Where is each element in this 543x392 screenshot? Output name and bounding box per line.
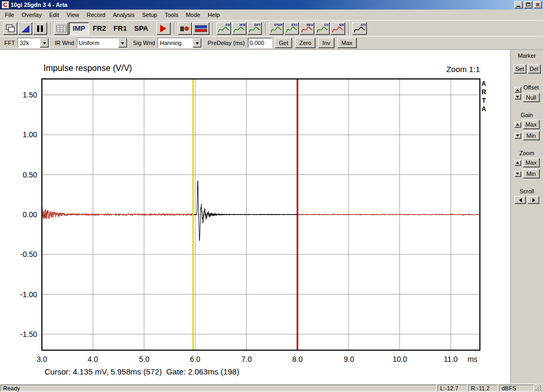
x-axis-tick: 4.0	[82, 355, 103, 363]
ir-wnd-dropdown-arrow[interactable]	[118, 38, 127, 48]
gain-label: Gain	[511, 112, 543, 118]
fr-analysis-button[interactable]: FR	[216, 22, 231, 35]
menu-item-mode[interactable]: Mode	[182, 11, 204, 19]
y-axis-tick: 0.50	[11, 171, 37, 179]
level-meter-button[interactable]	[192, 22, 209, 35]
sig-wnd-value: Hanning	[158, 38, 192, 48]
pause-button[interactable]	[33, 22, 47, 35]
app-icon: C	[2, 1, 9, 8]
menu-item-edit[interactable]: Edit	[46, 11, 63, 19]
x-axis-tick: 5.0	[134, 355, 155, 363]
marker-del-button[interactable]: Del	[528, 64, 541, 74]
resize-grip[interactable]	[535, 385, 542, 391]
menu-item-tools[interactable]: Tools	[161, 11, 182, 19]
generator-button[interactable]	[178, 22, 192, 35]
analysis-icon-label: CS	[324, 23, 328, 26]
y-axis-tick: -1.50	[11, 331, 37, 338]
gain-max-button[interactable]: Max	[523, 120, 540, 129]
menu-item-analysis[interactable]: Analysis	[109, 11, 138, 19]
pause-icon	[37, 25, 43, 32]
y-axis-tick: -0.50	[11, 251, 37, 258]
arrow-up-icon	[516, 162, 519, 164]
fr2-analysis-button[interactable]: 2FR	[232, 22, 247, 35]
scroll-label: Scroll	[511, 188, 543, 194]
minimize-button[interactable]	[514, 1, 523, 8]
analysis-icon-label: STEP	[274, 23, 283, 26]
step-analysis-button[interactable]: STEP	[269, 22, 284, 35]
impulse-response-plot[interactable]	[41, 78, 480, 351]
sig-wnd-select[interactable]: Hanning	[157, 38, 202, 48]
rev-analysis-button[interactable]: REV	[300, 22, 314, 35]
color-scheme-button[interactable]	[18, 22, 32, 35]
max-button[interactable]: Max	[337, 38, 357, 48]
mode-fr2-button[interactable]: FR2	[89, 22, 110, 35]
x-axis-tick: 10.0	[389, 355, 410, 363]
ir-wnd-select[interactable]: Uniform	[77, 38, 128, 48]
play-icon	[160, 25, 167, 32]
menu-item-help[interactable]: Help	[204, 11, 224, 19]
fft-select[interactable]: 32k	[17, 38, 49, 48]
zero-button[interactable]: Zero	[295, 38, 316, 48]
arrow-up-icon	[516, 89, 519, 91]
analysis-icon-label: FR	[226, 23, 230, 26]
gain-min-button[interactable]: Min	[523, 131, 540, 140]
arrow-right-icon	[532, 198, 535, 202]
x-axis-tick: 8.0	[287, 355, 308, 363]
offset-null-button[interactable]: Null	[523, 93, 540, 102]
status-bar: Ready L:-12.7 R:-11.2 dBFS	[0, 384, 543, 392]
menu-item-file[interactable]: File	[1, 11, 18, 19]
window-title: 10gi 25gdn 3 4 - Arta	[11, 2, 514, 8]
marker-label: Marker	[511, 52, 543, 59]
mode-imp-button[interactable]: IMP	[69, 22, 89, 35]
record-play-button[interactable]	[156, 22, 171, 35]
generator-icon	[179, 24, 190, 33]
gain-up-button[interactable]	[514, 122, 521, 128]
analysis-icon-label: ETC	[292, 23, 298, 26]
mode-fr1-button[interactable]: FR1	[110, 22, 130, 35]
chevron-down-icon	[43, 42, 46, 46]
menu-item-overlay[interactable]: Overlay	[18, 11, 46, 19]
sti-analysis-button[interactable]: STI	[352, 22, 367, 35]
gain-down-button[interactable]	[514, 133, 521, 139]
offset-up-button[interactable]	[514, 87, 521, 93]
cs-analysis-button[interactable]: CS	[315, 22, 330, 35]
analysis-icon-label: 2FR	[239, 23, 245, 26]
offset-down-button[interactable]	[514, 94, 521, 100]
predelay-input[interactable]	[248, 38, 272, 48]
fft-dropdown-arrow[interactable]	[40, 38, 49, 48]
sig-wnd-dropdown-arrow[interactable]	[192, 38, 202, 48]
mode-spa-button[interactable]: SPA	[130, 22, 152, 35]
bd-analysis-button[interactable]: BD	[330, 22, 345, 35]
marker-set-button[interactable]: Set	[513, 64, 527, 74]
toolbar-separator	[265, 23, 266, 34]
status-ready: Ready	[1, 385, 436, 391]
x-axis-tick: 3.0	[31, 355, 52, 363]
app-window: C 10gi 25gdn 3 4 - Arta × File Overlay E…	[0, 0, 543, 392]
arrow-up-icon	[516, 123, 519, 126]
title-bar: C 10gi 25gdn 3 4 - Arta ×	[0, 0, 543, 10]
status-unit: dBFS	[499, 385, 534, 391]
arta-watermark: ARTA	[481, 79, 486, 113]
menu-item-view[interactable]: View	[63, 11, 83, 19]
zoom-min-button[interactable]: Min	[523, 169, 540, 179]
status-right-level: R:-11.2	[468, 385, 498, 391]
etc-analysis-button[interactable]: ETC	[284, 22, 299, 35]
zoom-in-button[interactable]	[514, 160, 521, 166]
zoom-out-button[interactable]	[514, 171, 521, 177]
inv-button[interactable]: Inv	[318, 38, 335, 48]
maximize-button[interactable]	[524, 1, 532, 8]
scroll-left-button[interactable]	[514, 196, 526, 204]
zoom-max-button[interactable]: Max	[523, 158, 540, 167]
scroll-right-button[interactable]	[528, 196, 539, 204]
arrow-left-icon	[519, 198, 522, 202]
plot-client-area: Impulse response (V/V) Zoom 1:1 ARTA 1.5…	[0, 50, 510, 384]
copy-button[interactable]	[3, 22, 17, 35]
grid-view-button[interactable]	[54, 22, 68, 35]
menu-item-setup[interactable]: Setup	[138, 11, 161, 19]
dft-analysis-button[interactable]: DFT	[247, 22, 262, 35]
menu-item-record[interactable]: Record	[83, 11, 109, 19]
y-axis-tick: 0.00	[11, 211, 37, 218]
get-button[interactable]: Get	[275, 38, 293, 48]
copy-icon	[5, 24, 16, 33]
close-button[interactable]: ×	[533, 1, 542, 8]
